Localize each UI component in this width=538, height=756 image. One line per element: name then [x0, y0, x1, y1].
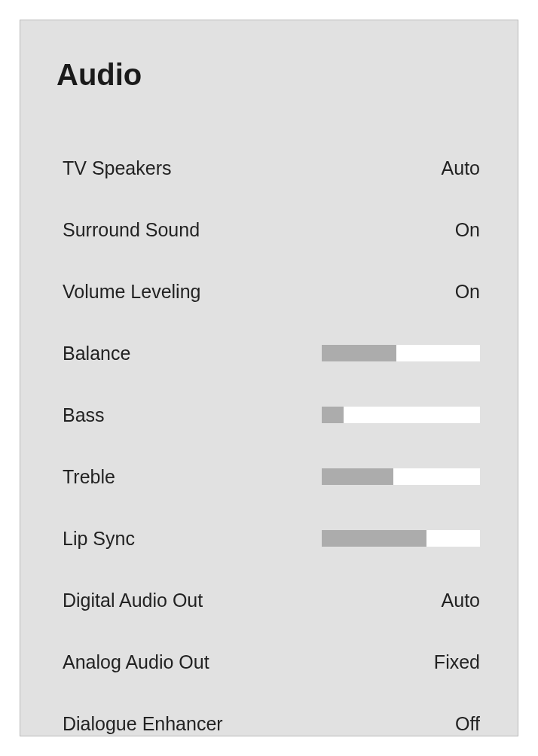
setting-dialogue-enhancer[interactable]: Dialogue Enhancer Off — [63, 693, 480, 754]
setting-value: On — [455, 281, 480, 303]
setting-label: Analog Audio Out — [63, 651, 209, 673]
setting-label: Balance — [63, 343, 130, 364]
setting-label: Lip Sync — [63, 528, 135, 550]
balance-slider[interactable] — [322, 345, 480, 361]
setting-lip-sync[interactable]: Lip Sync — [63, 508, 480, 569]
bass-slider[interactable] — [322, 407, 480, 423]
setting-label: Digital Audio Out — [63, 590, 203, 611]
audio-settings-panel: Audio TV Speakers Auto Surround Sound On… — [20, 20, 518, 736]
setting-label: Surround Sound — [63, 219, 200, 241]
setting-label: TV Speakers — [63, 157, 172, 179]
treble-slider[interactable] — [322, 468, 480, 485]
setting-value: Off — [455, 713, 480, 735]
setting-label: Bass — [63, 404, 105, 426]
page-title: Audio — [52, 58, 486, 92]
setting-value: Fixed — [434, 651, 480, 673]
setting-value: Auto — [442, 590, 480, 611]
lip-sync-slider[interactable] — [322, 530, 480, 547]
setting-volume-leveling[interactable]: Volume Leveling On — [63, 261, 480, 322]
setting-value: Auto — [442, 157, 480, 179]
slider-fill — [322, 468, 393, 485]
setting-treble[interactable]: Treble — [63, 446, 480, 508]
setting-label: Dialogue Enhancer — [63, 713, 223, 735]
setting-analog-audio-out[interactable]: Analog Audio Out Fixed — [63, 631, 480, 693]
slider-fill — [322, 530, 426, 547]
slider-fill — [322, 407, 344, 423]
setting-digital-audio-out[interactable]: Digital Audio Out Auto — [63, 569, 480, 631]
setting-bass[interactable]: Bass — [63, 384, 480, 446]
settings-list: TV Speakers Auto Surround Sound On Volum… — [52, 137, 486, 756]
setting-value: On — [455, 219, 480, 241]
slider-fill — [322, 345, 396, 361]
setting-surround-sound[interactable]: Surround Sound On — [63, 199, 480, 261]
setting-tv-speakers[interactable]: TV Speakers Auto — [63, 137, 480, 199]
setting-balance[interactable]: Balance — [63, 322, 480, 384]
setting-label: Volume Leveling — [63, 281, 200, 303]
setting-label: Treble — [63, 466, 115, 488]
